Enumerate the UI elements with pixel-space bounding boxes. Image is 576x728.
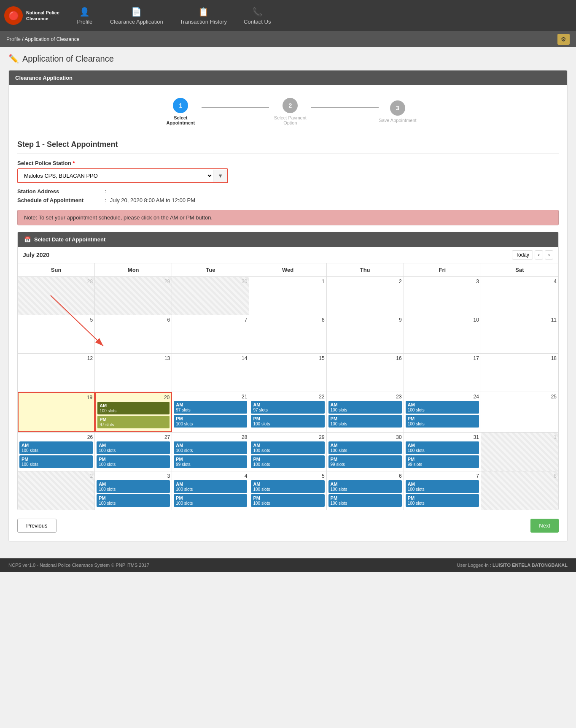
slot-am-20[interactable]: AM100 slots: [97, 402, 170, 414]
schedule-row: Schedule of Appointment : July 20, 2020 …: [17, 197, 559, 203]
cal-cell-20: 20 AM100 slots PM97 slots: [95, 392, 172, 432]
slot-pm-26[interactable]: PM100 slots: [19, 455, 93, 468]
cal-week-1: 28 29 30 1 2 3 4: [18, 277, 558, 315]
cal-cell-4: 4: [481, 277, 558, 315]
slot-am-26[interactable]: AM100 slots: [19, 441, 93, 454]
slot-am-24[interactable]: AM100 slots: [406, 401, 479, 414]
slot-pm-aug4[interactable]: PM100 slots: [174, 494, 247, 507]
next-month-button[interactable]: ›: [545, 250, 553, 260]
day-sun: Sun: [18, 263, 95, 276]
logo-icon: 🔴: [4, 6, 23, 25]
day-thu: Thu: [327, 263, 404, 276]
today-button[interactable]: Today: [512, 250, 533, 260]
cal-cell-aug4: 4 AM100 slots PM100 slots: [172, 471, 249, 510]
cal-cell-1: 1: [249, 277, 326, 315]
breadcrumb-profile[interactable]: Profile: [6, 36, 21, 42]
slot-pm-24[interactable]: PM100 slots: [406, 415, 479, 428]
slot-pm-21[interactable]: PM100 slots: [174, 415, 247, 428]
prev-month-button[interactable]: ‹: [535, 250, 543, 260]
slot-pm-aug6[interactable]: PM100 slots: [328, 494, 402, 507]
edit-icon: ✏️: [8, 54, 19, 64]
calendar-grid: Sun Mon Tue Wed Thu Fri Sat 28 29 30: [18, 263, 558, 510]
step-1-label: Select Appointment: [159, 115, 202, 125]
step-3-circle: 3: [390, 100, 405, 116]
slot-am-22[interactable]: AM97 slots: [251, 401, 324, 414]
cal-cell-7: 7: [172, 315, 249, 353]
page-content: ✏️ Application of Clearance Clearance Ap…: [0, 47, 576, 554]
slot-pm-aug5[interactable]: PM100 slots: [251, 494, 324, 507]
slot-am-aug5[interactable]: AM100 slots: [251, 480, 324, 493]
slot-am-23[interactable]: AM100 slots: [328, 401, 402, 414]
cal-cell-19: 19: [18, 392, 95, 432]
month-label: July 2020: [23, 252, 49, 258]
nav-item-clearance[interactable]: 📄 Clearance Application: [102, 0, 172, 31]
slot-pm-23[interactable]: PM100 slots: [328, 415, 402, 428]
slot-pm-29[interactable]: PM100 slots: [251, 455, 324, 468]
nav-label-clearance: Clearance Application: [110, 19, 163, 25]
slot-am-29[interactable]: AM100 slots: [251, 441, 324, 454]
page-footer: NCPS ver1.0 - National Police Clearance …: [0, 558, 576, 572]
cal-cell-15: 15: [249, 354, 326, 392]
slot-am-aug6[interactable]: AM100 slots: [328, 480, 402, 493]
slot-pm-30[interactable]: PM99 slots: [328, 455, 402, 468]
calendar-icon: 📅: [24, 236, 31, 243]
step-1-circle: 1: [173, 98, 188, 113]
cal-cell-26: 26 AM100 slots PM100 slots: [18, 433, 95, 471]
cal-cell-28: 28 AM100 slots PM99 slots: [172, 433, 249, 471]
cal-cell-29-prev: 29: [95, 277, 172, 315]
slot-am-30[interactable]: AM100 slots: [328, 441, 402, 454]
cal-cell-28-prev: 28: [18, 277, 95, 315]
cal-cell-12: 12: [18, 354, 95, 392]
slot-pm-31[interactable]: PM99 slots: [406, 455, 479, 468]
slot-am-aug3[interactable]: AM100 slots: [97, 480, 170, 493]
calendar-nav-buttons: Today ‹ ›: [512, 250, 553, 260]
note-box: Note: To set your appointment schedule, …: [17, 210, 559, 225]
slot-am-21[interactable]: AM97 slots: [174, 401, 247, 414]
slot-am-31[interactable]: AM100 slots: [406, 441, 479, 454]
nav-item-contact[interactable]: 📞 Contact Us: [235, 0, 279, 31]
step-line-2: [311, 107, 379, 108]
breadcrumb-current: Application of Clearance: [24, 36, 79, 42]
logged-in-user: LUISITO ENTELA BATONGBAKAL: [493, 563, 568, 568]
slot-pm-aug7[interactable]: PM100 slots: [406, 494, 479, 507]
cal-cell-16: 16: [327, 354, 404, 392]
page-title: ✏️ Application of Clearance: [8, 54, 568, 64]
previous-button[interactable]: Previous: [17, 519, 57, 533]
cal-cell-27: 27 AM100 slots PM100 slots: [95, 433, 172, 471]
slot-pm-27[interactable]: PM100 slots: [97, 455, 170, 468]
cal-cell-2: 2: [327, 277, 404, 315]
slot-am-aug7[interactable]: AM100 slots: [406, 480, 479, 493]
police-station-select[interactable]: Malolos CPS, BULACAN PPO: [18, 169, 213, 182]
day-sat: Sat: [481, 263, 558, 276]
slot-am-28[interactable]: AM100 slots: [174, 441, 247, 454]
next-button[interactable]: Next: [530, 519, 559, 533]
cal-cell-11: 11: [481, 315, 558, 353]
slot-am-27[interactable]: AM100 slots: [97, 441, 170, 454]
day-mon: Mon: [95, 263, 172, 276]
settings-button[interactable]: ⚙: [557, 34, 570, 45]
step-2: 2 Select Payment Option: [269, 98, 311, 125]
nav-item-profile[interactable]: 👤 Profile: [68, 0, 102, 31]
cal-cell-24: 24 AM100 slots PM100 slots: [404, 392, 481, 432]
profile-icon: 👤: [79, 7, 90, 17]
main-card: Clearance Application 1 Select Appointme…: [8, 70, 568, 541]
cal-cell-aug5: 5 AM100 slots PM100 slots: [249, 471, 326, 510]
step-3: 3 Save Appointment: [379, 100, 416, 123]
slot-pm-aug3[interactable]: PM100 slots: [97, 494, 170, 507]
cal-cell-21: 21 AM97 slots PM100 slots: [172, 392, 249, 432]
nav-item-history[interactable]: 📋 Transaction History: [172, 0, 236, 31]
cal-cell-9: 9: [327, 315, 404, 353]
slot-pm-28[interactable]: PM99 slots: [174, 455, 247, 468]
footer-right: User Logged-in : LUISITO ENTELA BATONGBA…: [457, 563, 568, 568]
cal-cell-13: 13: [95, 354, 172, 392]
cal-cell-3: 3: [404, 277, 481, 315]
slot-pm-20[interactable]: PM97 slots: [97, 416, 170, 428]
cal-cell-1-next: 1: [481, 433, 558, 471]
cal-cell-6: 6: [95, 315, 172, 353]
cal-cell-aug7: 7 AM100 slots PM100 slots: [404, 471, 481, 510]
cal-cell-22: 22 AM97 slots PM100 slots: [249, 392, 326, 432]
cal-cell-25: 25: [481, 392, 558, 432]
slot-pm-22[interactable]: PM100 slots: [251, 415, 324, 428]
cal-cell-14: 14: [172, 354, 249, 392]
slot-am-aug4[interactable]: AM100 slots: [174, 480, 247, 493]
